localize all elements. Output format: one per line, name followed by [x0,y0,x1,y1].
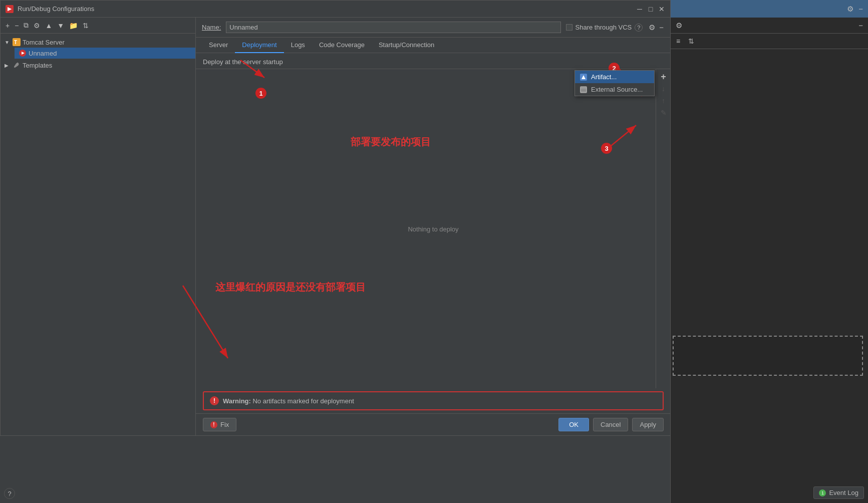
fix-label: Fix [220,421,229,428]
settings-icon-btn[interactable]: ⚙ [648,22,656,33]
ide-right-panel: ⚙ − ⚙ − ≡ ⇅ [670,0,868,503]
ide-minus-btn[interactable]: − [857,20,864,31]
left-toolbar: + − ⧉ ⚙ ▲ ▼ 📁 ⇅ [1,18,195,34]
app-icon: ▶ [6,5,14,13]
right-panel: Name: Share through VCS ? ⚙ − Server [196,18,671,435]
external-source-label: External Source... [591,86,643,93]
right-toolbar-icons: ⚙ − [648,22,665,33]
ide-collapse-btn[interactable]: − [857,4,864,14]
ide-editor-lines [671,49,868,53]
tree-arrow-right: ▶ [5,63,11,68]
fix-button[interactable]: ! Fix [203,418,236,431]
remove-config-button[interactable]: − [13,21,21,31]
deploy-header: Deploy at the server startup [196,53,671,69]
help-icon[interactable]: ? [635,24,643,32]
move-up-deploy-button[interactable]: ↑ [658,95,669,106]
folder-button[interactable]: 📁 [67,21,80,31]
svg-text:T: T [14,40,17,45]
apply-button[interactable]: Apply [632,418,664,431]
settings-config-button[interactable]: ⚙ [32,21,42,31]
run-config-icon [19,49,27,57]
ide-right-top: ⚙ − [671,0,868,18]
dashed-selection-box [673,336,863,376]
deploy-dropdown-menu: Artifact... External S [574,70,655,96]
ide-toolbar-btn2[interactable]: ⇅ [686,36,697,47]
event-log-label: Event Log [829,489,858,496]
share-vcs-section: Share through VCS ? [566,24,643,32]
ide-settings-btn[interactable]: ⚙ [846,4,854,15]
deploy-list-area: Nothing to deploy + ↓ ↑ ✎ [196,69,671,388]
titlebar-controls: ─ □ ✕ [636,5,666,13]
close-button[interactable]: ✕ [658,5,666,13]
artifact-menu-item[interactable]: Artifact... [575,71,654,83]
run-debug-dialog: ▶ Run/Debug Configurations ─ □ ✕ + − ⧉ ⚙… [0,0,671,436]
name-input[interactable] [226,22,560,33]
name-bar: Name: Share through VCS ? ⚙ − [196,18,671,38]
svg-point-4 [14,67,15,68]
ide-toolbar-btn1[interactable]: ≡ [673,36,684,47]
tab-code-coverage[interactable]: Code Coverage [312,38,372,53]
unnamed-config-item[interactable]: Unnamed [15,48,195,59]
svg-marker-6 [582,75,586,79]
sort-button[interactable]: ⇅ [81,21,91,31]
templates-label: Templates [23,62,52,69]
minimize-button[interactable]: ─ [636,5,644,13]
tab-deployment[interactable]: Deployment [235,38,283,53]
unnamed-config-label: Unnamed [29,50,57,57]
tab-startup-connection[interactable]: Startup/Connection [372,38,441,53]
config-tree: ▼ T Tomcat Server [1,34,195,435]
tomcat-server-item[interactable]: ▼ T Tomcat Server [1,37,195,48]
dialog-titlebar: ▶ Run/Debug Configurations ─ □ ✕ [1,1,671,18]
warning-bar: ! Warning: No artifacts marked for deplo… [203,391,664,410]
warning-detail: No artifacts marked for deployment [252,397,354,405]
move-down-button[interactable]: ▼ [55,21,66,31]
deploy-area: Nothing to deploy + ↓ ↑ ✎ [196,69,671,413]
svg-rect-7 [581,87,587,92]
tomcat-icon: T [13,38,21,46]
tomcat-server-group: ▼ T Tomcat Server [1,36,195,60]
tomcat-children: Unnamed [1,48,195,59]
question-button[interactable]: ? [4,488,15,499]
event-log-button[interactable]: 1 Event Log [813,486,864,499]
event-log-icon: 1 [819,489,826,496]
dialog-title: ▶ Run/Debug Configurations [6,5,94,13]
tomcat-server-label: Tomcat Server [23,39,65,46]
ide-right-header: ⚙ − [671,18,868,34]
edit-deploy-button[interactable]: ✎ [658,107,669,118]
external-source-icon [580,86,587,93]
deploy-sidebar: + ↓ ↑ ✎ [656,69,671,388]
copy-config-button[interactable]: ⧉ [22,20,31,31]
add-deploy-button[interactable]: + [658,71,669,82]
share-vcs-label: Share through VCS [575,24,632,31]
external-source-menu-item[interactable]: External Source... [575,83,654,96]
ide-gear-btn[interactable]: ⚙ [675,20,683,31]
name-label: Name: [202,24,221,31]
cancel-button[interactable]: Cancel [593,418,628,431]
move-down-deploy-button[interactable]: ↓ [658,83,669,94]
tab-logs[interactable]: Logs [284,38,312,53]
ide-right-toolbar: ≡ ⇅ [671,34,868,49]
left-panel: + − ⧉ ⚙ ▲ ▼ 📁 ⇅ ▼ [1,18,196,435]
main-content: Deploy at the server startup Nothing to … [196,53,671,435]
warning-icon: ! [210,396,219,405]
add-config-button[interactable]: + [4,21,12,31]
templates-item[interactable]: ▶ Templates [1,60,195,71]
dialog-body: + − ⧉ ⚙ ▲ ▼ 📁 ⇅ ▼ [1,18,671,435]
share-vcs-checkbox[interactable] [566,24,572,31]
wrench-icon [13,61,21,69]
warning-bold-text: Warning: [223,397,251,405]
bottom-bar: ! Fix OK Cancel Apply [196,413,671,435]
artifact-label: Artifact... [591,73,617,81]
ok-button[interactable]: OK [558,418,589,431]
tabs-bar: Server Deployment Logs Code Coverage Sta… [196,38,671,53]
move-up-button[interactable]: ▲ [43,21,54,31]
artifact-icon [580,74,587,81]
nothing-to-deploy-text: Nothing to deploy [408,225,458,232]
fix-warning-icon: ! [210,421,217,428]
expand-icon-btn[interactable]: − [658,22,665,33]
tree-arrow-down: ▼ [5,40,11,45]
dialog-title-text: Run/Debug Configurations [18,5,94,13]
maximize-button[interactable]: □ [647,5,655,13]
tab-server[interactable]: Server [202,38,235,53]
warning-text: Warning: No artifacts marked for deploym… [223,397,354,405]
